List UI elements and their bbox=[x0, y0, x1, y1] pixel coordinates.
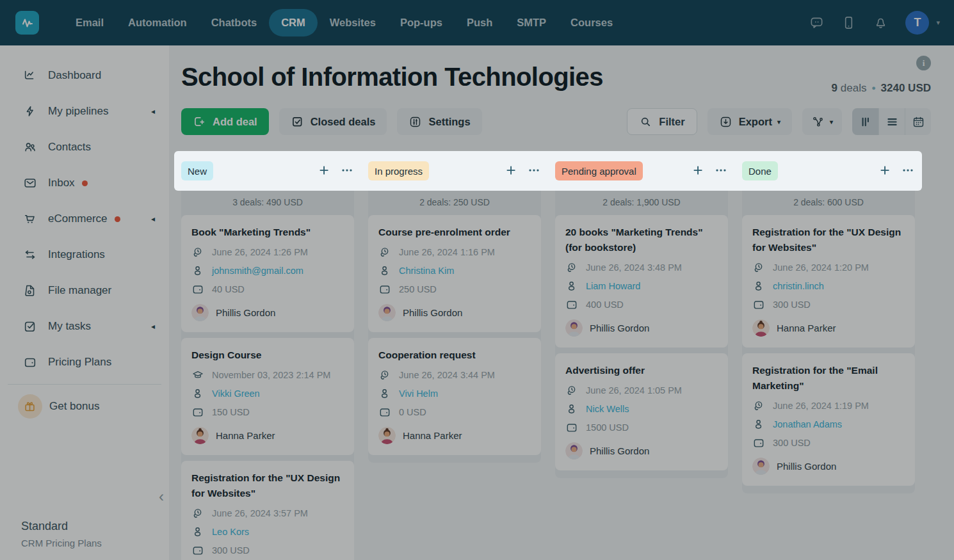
column-menu-icon[interactable] bbox=[714, 164, 728, 178]
deal-contact-link[interactable]: Vivi Helm bbox=[399, 388, 438, 399]
nav-item-pop-ups[interactable]: Pop-ups bbox=[388, 9, 455, 36]
deal-title: Design Course bbox=[191, 348, 344, 363]
list-view-icon bbox=[885, 115, 899, 129]
plan-link[interactable]: CRM Pricing Plans bbox=[21, 538, 102, 548]
kanban-board: 3 deals: 490 USDBook "Marketing Trends"J… bbox=[181, 191, 954, 560]
app-logo-icon[interactable] bbox=[15, 11, 39, 35]
sidebar-item-label: Contacts bbox=[48, 141, 91, 154]
sidebar-item-inbox[interactable]: Inbox bbox=[0, 165, 169, 201]
deal-contact-link[interactable]: christin.linch bbox=[773, 281, 824, 291]
user-avatar[interactable]: T bbox=[905, 11, 929, 35]
nav-item-smtp[interactable]: SMTP bbox=[505, 9, 558, 36]
nav-item-courses[interactable]: Courses bbox=[558, 9, 625, 36]
kanban-header-row: NewIn progressPending approvalDone bbox=[174, 151, 922, 191]
add-deal-to-column-icon[interactable] bbox=[505, 164, 519, 178]
deal-card[interactable]: Design CourseNovember 03, 2023 2:14 PMVi… bbox=[181, 338, 354, 455]
sidebar-item-ecommerce[interactable]: eCommerce◂ bbox=[0, 201, 169, 237]
notifications-bell-icon[interactable] bbox=[873, 15, 888, 30]
sidebar-item-contacts[interactable]: Contacts bbox=[0, 129, 169, 165]
deal-card[interactable]: 20 books "Marketing Trends" (for booksto… bbox=[555, 215, 728, 348]
kanban-column-pending-approval: 2 deals: 1,900 USD20 books "Marketing Tr… bbox=[555, 191, 728, 478]
add-deal-button[interactable]: Add deal bbox=[181, 108, 269, 135]
deal-date: June 26, 2024 1:20 PM bbox=[773, 262, 869, 273]
owner-avatar bbox=[752, 319, 770, 337]
contact-person-icon bbox=[378, 387, 391, 400]
sidebar-item-integrations[interactable]: Integrations bbox=[0, 237, 169, 273]
sidebar-item-pricing-plans[interactable]: Pricing Plans bbox=[0, 344, 169, 380]
sidebar-item-get-bonus[interactable]: Get bonus bbox=[0, 388, 169, 424]
nav-item-push[interactable]: Push bbox=[455, 9, 505, 36]
primary-nav: EmailAutomationChatbotsCRMWebsitesPop-up… bbox=[63, 9, 625, 36]
collapse-chevron-icon: ◂ bbox=[151, 107, 155, 116]
column-menu-icon[interactable] bbox=[901, 164, 915, 178]
filter-button[interactable]: Filter bbox=[627, 108, 697, 135]
deal-created-icon bbox=[191, 246, 204, 259]
kanban-column-done: 2 deals: 600 USDRegistration for the "UX… bbox=[742, 191, 915, 493]
deal-contact-link[interactable]: Leo Kors bbox=[212, 527, 249, 537]
crm-app: EmailAutomationChatbotsCRMWebsitesPop-up… bbox=[0, 0, 954, 560]
nav-item-email[interactable]: Email bbox=[63, 9, 116, 36]
column-header-new: New bbox=[181, 161, 354, 180]
pipelines-icon bbox=[23, 104, 37, 118]
deal-card[interactable]: Course pre-enrolment orderJune 26, 2024 … bbox=[368, 215, 541, 332]
automation-flow-button[interactable]: ▾ bbox=[802, 108, 842, 135]
sidebar-item-label: Get bonus bbox=[49, 400, 99, 413]
stage-badge[interactable]: Pending approval bbox=[555, 161, 643, 180]
add-deal-to-column-icon[interactable] bbox=[878, 164, 893, 178]
stage-badge[interactable]: In progress bbox=[368, 161, 429, 180]
deal-created-icon bbox=[378, 369, 391, 381]
calendar-view-button[interactable] bbox=[905, 108, 931, 135]
nav-item-websites[interactable]: Websites bbox=[318, 9, 388, 36]
deal-title: 20 books "Marketing Trends" (for booksto… bbox=[565, 225, 718, 255]
stage-badge[interactable]: New bbox=[181, 161, 213, 180]
deals-label: deals bbox=[841, 82, 867, 94]
deal-card[interactable]: Registration for the "UX Design for Webs… bbox=[742, 215, 915, 348]
contact-person-icon bbox=[191, 387, 204, 400]
export-button[interactable]: Export ▾ bbox=[707, 108, 792, 135]
mobile-app-icon[interactable] bbox=[841, 15, 856, 30]
stage-badge[interactable]: Done bbox=[742, 161, 778, 180]
sidebar-item-my-pipelines[interactable]: My pipelines◂ bbox=[0, 93, 169, 129]
add-deal-to-column-icon[interactable] bbox=[691, 164, 706, 178]
workflow-icon bbox=[811, 115, 825, 129]
plan-block[interactable]: Standard CRM Pricing Plans bbox=[21, 520, 102, 548]
info-icon[interactable]: i bbox=[916, 56, 931, 70]
list-view-button[interactable] bbox=[878, 108, 905, 135]
deal-card[interactable]: Registration for the "Email Marketing"Ju… bbox=[742, 353, 915, 486]
settings-button[interactable]: Settings bbox=[397, 108, 481, 135]
deal-card[interactable]: Book "Marketing Trends"June 26, 2024 1:2… bbox=[181, 215, 354, 332]
sidebar-collapse-icon[interactable]: ‹ bbox=[159, 489, 164, 504]
settings-sliders-icon bbox=[408, 115, 422, 129]
column-menu-icon[interactable] bbox=[340, 164, 354, 178]
wallet-icon bbox=[752, 298, 765, 311]
deal-card[interactable]: Advertising offerJune 26, 2024 1:05 PMNi… bbox=[555, 353, 728, 470]
deal-card[interactable]: Registration for the "UX Design for Webs… bbox=[181, 461, 354, 560]
deal-contact-link[interactable]: Jonathan Adams bbox=[773, 419, 842, 429]
sidebar-item-dashboard[interactable]: Dashboard bbox=[0, 58, 169, 93]
deal-card[interactable]: Cooperation requestJune 26, 2024 3:44 PM… bbox=[368, 338, 541, 455]
deal-contact-link[interactable]: Liam Howard bbox=[586, 281, 640, 291]
deal-contact-link[interactable]: johnsmith@gmail.com bbox=[212, 266, 303, 276]
nav-item-automation[interactable]: Automation bbox=[116, 9, 199, 36]
column-menu-icon[interactable] bbox=[527, 164, 541, 178]
account-menu-caret-icon[interactable]: ▾ bbox=[936, 19, 940, 27]
notification-dot bbox=[82, 180, 88, 186]
add-deal-to-column-icon[interactable] bbox=[318, 164, 332, 178]
chat-icon[interactable] bbox=[809, 15, 824, 30]
deal-contact-link[interactable]: Nick Wells bbox=[586, 404, 629, 414]
flow-caret-icon: ▾ bbox=[830, 118, 833, 125]
nav-item-crm[interactable]: CRM bbox=[269, 9, 318, 36]
deal-contact-link[interactable]: Vikki Green bbox=[212, 388, 260, 399]
closed-deals-button[interactable]: Closed deals bbox=[279, 108, 387, 135]
kanban-view-button[interactable] bbox=[852, 108, 878, 135]
sidebar-item-file-manager[interactable]: File manager bbox=[0, 273, 169, 308]
deal-amount: 150 USD bbox=[212, 407, 250, 417]
deal-created-icon bbox=[752, 399, 765, 412]
nav-item-chatbots[interactable]: Chatbots bbox=[199, 9, 270, 36]
owner-name: Phillis Gordon bbox=[216, 307, 275, 318]
deal-contact-link[interactable]: Christina Kim bbox=[399, 266, 454, 276]
deal-date: November 03, 2023 2:14 PM bbox=[212, 370, 330, 380]
sidebar-item-my-tasks[interactable]: My tasks◂ bbox=[0, 308, 169, 344]
wallet-icon bbox=[191, 406, 204, 419]
sidebar-item-label: Dashboard bbox=[48, 69, 101, 82]
